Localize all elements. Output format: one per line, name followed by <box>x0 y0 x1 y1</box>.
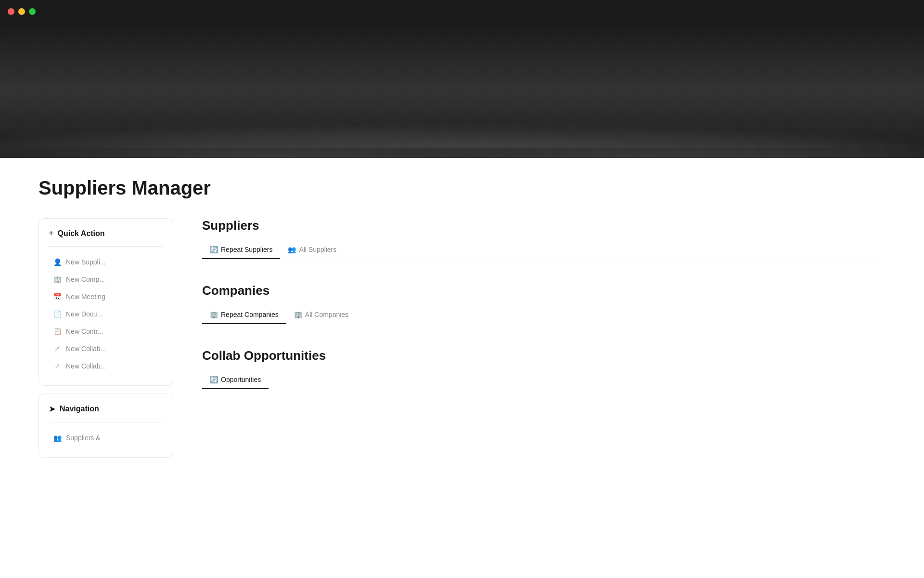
tab-label: All Suppliers <box>299 246 336 253</box>
tab-label: Repeat Companies <box>221 311 279 318</box>
minimize-button[interactable] <box>18 8 25 15</box>
tab-repeat-suppliers[interactable]: 🔄 Repeat Suppliers <box>202 241 280 259</box>
sidebar-item-label: New Contr... <box>66 328 103 335</box>
tab-repeat-companies[interactable]: 🏢 Repeat Companies <box>202 306 286 324</box>
navigation-title: Navigation <box>60 405 99 413</box>
companies-tabs: 🏢 Repeat Companies 🏢 All Companies <box>202 306 886 324</box>
sidebar-item-label: New Collab... <box>66 362 106 370</box>
quick-action-icon: + <box>49 228 54 238</box>
sidebar-item-label: New Meeting <box>66 293 105 301</box>
hero-banner <box>0 23 924 158</box>
contract-icon: 📋 <box>53 328 61 335</box>
collab-icon-1: ↗ <box>53 345 61 353</box>
sidebar: + Quick Action 👤 New Suppli... 🏢 New Com… <box>38 218 173 458</box>
document-icon: 📄 <box>53 310 61 318</box>
suppliers-title: Suppliers <box>202 218 886 233</box>
repeat-icon: 🔄 <box>210 246 218 253</box>
people-icon: 👥 <box>288 246 296 253</box>
quick-action-card: + Quick Action 👤 New Suppli... 🏢 New Com… <box>38 218 173 386</box>
navigation-card: ➤ Navigation 👥 Suppliers & <box>38 394 173 458</box>
page-title: Suppliers Manager <box>38 177 886 199</box>
suppliers-tabs: 🔄 Repeat Suppliers 👥 All Suppliers <box>202 241 886 259</box>
collab-tabs: 🔄 Opportunities <box>202 371 886 389</box>
tab-label: Repeat Suppliers <box>221 246 272 253</box>
content-grid: + Quick Action 👤 New Suppli... 🏢 New Com… <box>38 218 886 458</box>
sidebar-item-new-collab1[interactable]: ↗ New Collab... <box>49 341 163 356</box>
sidebar-item-new-collab2[interactable]: ↗ New Collab... <box>49 358 163 374</box>
companies-section: Companies 🏢 Repeat Companies 🏢 All Compa… <box>202 283 886 324</box>
navigation-icon: ➤ <box>49 404 56 414</box>
calendar-icon: 📅 <box>53 293 61 301</box>
people-icon: 👥 <box>53 434 61 442</box>
tab-opportunities[interactable]: 🔄 Opportunities <box>202 371 269 389</box>
tab-all-suppliers[interactable]: 👥 All Suppliers <box>280 241 344 259</box>
person-icon: 👤 <box>53 258 61 266</box>
tab-label: All Companies <box>305 311 348 318</box>
building-icon: 🏢 <box>53 276 61 283</box>
quick-action-header: + Quick Action <box>49 228 163 247</box>
sidebar-item-new-supplier[interactable]: 👤 New Suppli... <box>49 254 163 270</box>
sidebar-item-label: New Comp... <box>66 276 105 283</box>
building-icon: 🏢 <box>210 311 218 318</box>
tab-label: Opportunities <box>221 376 261 383</box>
sidebar-item-suppliers-nav[interactable]: 👥 Suppliers & <box>49 430 163 446</box>
maximize-button[interactable] <box>29 8 36 15</box>
companies-title: Companies <box>202 283 886 298</box>
sidebar-item-label: Suppliers & <box>66 434 101 442</box>
close-button[interactable] <box>8 8 14 15</box>
sidebar-item-new-company[interactable]: 🏢 New Comp... <box>49 272 163 287</box>
collab-section: Collab Opportunities 🔄 Opportunities <box>202 348 886 389</box>
tab-all-companies[interactable]: 🏢 All Companies <box>286 306 356 324</box>
sidebar-item-new-document[interactable]: 📄 New Docu... <box>49 306 163 322</box>
opportunities-icon: 🔄 <box>210 376 218 383</box>
building-icon-2: 🏢 <box>294 311 302 318</box>
titlebar <box>0 0 924 23</box>
navigation-header: ➤ Navigation <box>49 404 163 422</box>
main-area: Suppliers 🔄 Repeat Suppliers 👥 All Suppl… <box>202 218 886 413</box>
sidebar-item-label: New Collab... <box>66 345 106 353</box>
suppliers-section: Suppliers 🔄 Repeat Suppliers 👥 All Suppl… <box>202 218 886 259</box>
sidebar-item-label: New Docu... <box>66 310 103 318</box>
collab-icon-2: ↗ <box>53 362 61 370</box>
sidebar-item-new-meeting[interactable]: 📅 New Meeting <box>49 289 163 304</box>
main-content: Suppliers Manager + Quick Action 👤 New S… <box>0 158 924 477</box>
collab-title: Collab Opportunities <box>202 348 886 363</box>
sidebar-item-label: New Suppli... <box>66 258 105 266</box>
quick-action-title: Quick Action <box>58 229 105 238</box>
sidebar-item-new-contract[interactable]: 📋 New Contr... <box>49 324 163 339</box>
